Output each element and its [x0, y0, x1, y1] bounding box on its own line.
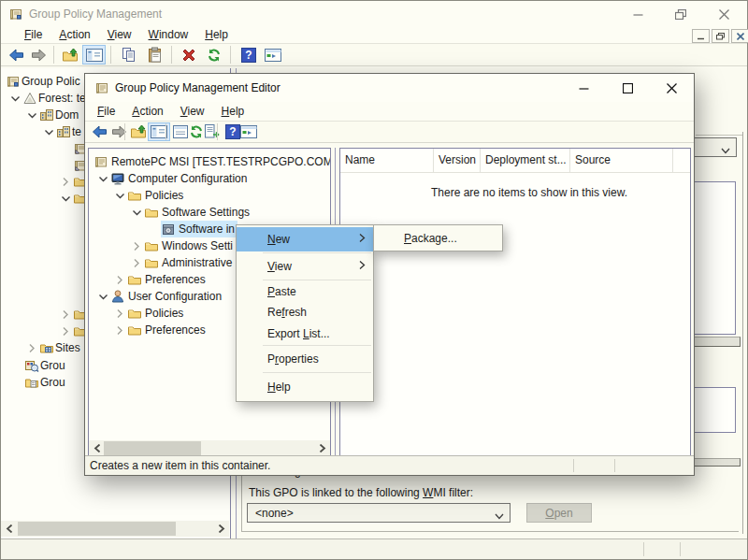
menu-item-label: View — [267, 260, 292, 273]
toolbar-separator — [230, 46, 231, 64]
toolbar-refresh-button[interactable] — [202, 45, 225, 65]
menu-item-label: Help — [267, 381, 291, 394]
tree-item-computer-configuration[interactable]: Computer Configuration — [89, 170, 330, 187]
horizontal-scrollbar[interactable] — [89, 440, 330, 456]
horizontal-scrollbar[interactable] — [1, 521, 229, 537]
menu-item-label: Properties — [267, 352, 319, 366]
column-header-deployment-st[interactable]: Deployment st... — [481, 149, 570, 172]
toolbar-help-button[interactable]: ? — [237, 45, 260, 65]
close-button[interactable] — [655, 74, 687, 102]
minimize-button[interactable] — [622, 1, 654, 27]
menu-item-window[interactable]: Window — [140, 27, 197, 43]
toolbar-delete-button[interactable] — [177, 45, 200, 65]
software-install-icon — [161, 222, 176, 237]
svg-text:?: ? — [229, 125, 236, 138]
chevron-expanded-icon[interactable] — [58, 191, 73, 208]
menu-separator — [263, 252, 371, 253]
scroll-left-arrow[interactable] — [3, 521, 16, 537]
column-header-version[interactable]: Version — [434, 149, 481, 172]
scrollbar-thumb[interactable] — [104, 441, 201, 455]
tree-item-label: Preferences — [145, 271, 206, 288]
scroll-right-arrow[interactable] — [315, 440, 328, 456]
tree-item-content: Dom — [39, 107, 79, 123]
toolbar-forward-button[interactable] — [108, 122, 130, 141]
menu-item-view[interactable]: View — [99, 27, 140, 43]
tree-item-content: Sites — [39, 339, 80, 356]
context-menu-item-properties[interactable]: Properties — [237, 347, 373, 371]
domains-icon — [39, 108, 54, 122]
context-menu-item-help[interactable]: Help — [237, 374, 373, 399]
menu-item-file[interactable]: File — [89, 104, 123, 120]
menu-item-file[interactable]: File — [16, 27, 50, 43]
gpme-app-icon — [94, 80, 109, 98]
gpme-statusbar: Creates a new item in this container. — [85, 455, 694, 475]
toolbar-export-list-button[interactable] — [201, 122, 223, 141]
context-menu-item-view[interactable]: View — [237, 254, 373, 279]
gpmc-root-icon — [6, 74, 21, 89]
toolbar-back-button[interactable] — [5, 45, 28, 65]
toolbar-separator — [53, 46, 54, 64]
menu-item-label: Refresh — [267, 306, 307, 319]
menu-separator — [263, 345, 371, 346]
scroll-right-arrow[interactable] — [214, 521, 227, 537]
maximize-button[interactable] — [611, 74, 643, 102]
tree-item-content: Preferences — [127, 271, 206, 288]
tree-item-content: Grou — [24, 357, 65, 374]
scroll-left-arrow[interactable] — [91, 440, 104, 456]
gpmc-menubar: FileActionViewWindowHelp — [1, 27, 747, 44]
scope-right-border — [742, 132, 743, 534]
child-minimize-button[interactable] — [692, 29, 710, 43]
toolbar-paste-button[interactable] — [143, 45, 166, 65]
toolbar-show-console-tree-button[interactable] — [82, 45, 106, 65]
close-button[interactable] — [708, 1, 740, 27]
submenu-arrow-icon — [359, 233, 366, 246]
child-restore-button[interactable] — [712, 29, 729, 43]
svg-text:?: ? — [245, 49, 252, 62]
scrollbar-thumb[interactable] — [18, 522, 176, 536]
column-header-source[interactable]: Source — [570, 149, 673, 172]
tree-item-label: Group Polic — [22, 73, 80, 90]
menu-item-action[interactable]: Action — [50, 27, 98, 43]
menu-item-action[interactable]: Action — [123, 104, 171, 120]
user-icon — [110, 289, 125, 304]
toolbar-up-one-level-button[interactable] — [59, 45, 82, 65]
tree-item-software-settings[interactable]: Software Settings — [89, 204, 330, 221]
submenu-arrow-icon — [359, 260, 366, 273]
gpme-root-icon — [94, 154, 108, 169]
context-menu-item-paste[interactable]: Paste — [237, 281, 373, 302]
open-button[interactable]: Open — [526, 503, 592, 523]
toolbar-new-window-button[interactable] — [261, 45, 284, 65]
wmi-filter-combo-value: <none> — [255, 504, 294, 522]
gpmc-toolbar: ? — [1, 44, 747, 66]
gpme-window-title: Group Policy Management Editor — [115, 74, 280, 102]
menu-item-help[interactable]: Help — [213, 104, 253, 120]
tree-item-label: Windows Setti — [162, 237, 233, 254]
chevron-collapsed-icon[interactable] — [112, 323, 127, 340]
submenu-item-package[interactable]: Package... — [374, 227, 502, 249]
tree-item-policies[interactable]: Policies — [89, 187, 330, 204]
toolbar-show-console-tree-button[interactable] — [148, 122, 170, 141]
tree-item-label: Forest: te — [38, 90, 86, 107]
wmi-filter-combo[interactable]: <none> — [247, 503, 511, 523]
tree-item-label: Preferences — [145, 322, 206, 338]
statusbar-text: Creates a new item in this container. — [90, 456, 270, 475]
child-close-button[interactable] — [731, 29, 748, 43]
context-menu-item-export-list[interactable]: Export List... — [237, 323, 373, 344]
context-menu-item-new[interactable]: New — [237, 227, 373, 251]
toolbar-new-window-button[interactable] — [237, 122, 260, 141]
menu-item-label: Paste — [267, 285, 296, 298]
toolbar-copy-button[interactable] — [117, 45, 140, 65]
open-button-label: Open — [545, 507, 572, 520]
tree-item-remotepc-msi-test-testrpcgpo-com-p[interactable]: RemotePC MSI [TEST.TESTRPCGPO.COM] P — [89, 153, 330, 170]
column-header-name[interactable]: Name — [340, 149, 434, 172]
context-menu-item-refresh[interactable]: Refresh — [237, 302, 373, 323]
minimize-button[interactable] — [568, 74, 599, 102]
chevron-collapsed-icon[interactable] — [24, 340, 39, 358]
statusbar-separator — [680, 542, 681, 556]
maximize-button[interactable] — [665, 1, 697, 27]
toolbar-forward-button[interactable] — [27, 45, 50, 65]
domain-icon — [56, 124, 71, 139]
gpme-menubar: FileActionViewHelp — [85, 102, 694, 122]
menu-item-view[interactable]: View — [172, 104, 213, 120]
menu-item-help[interactable]: Help — [196, 27, 237, 43]
